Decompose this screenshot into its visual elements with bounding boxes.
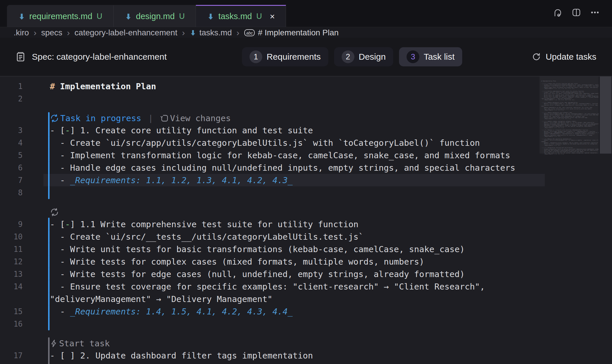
- tab-requirements[interactable]: requirements.md U: [7, 5, 114, 27]
- code-line: 17- [ ] 2. Update dashboard filter tags …: [0, 349, 612, 362]
- vertical-scrollbar[interactable]: [599, 77, 612, 364]
- line-number: 10: [0, 232, 23, 241]
- line-number: 7: [0, 176, 23, 185]
- markdown-file-icon: [18, 13, 26, 20]
- chevron-right-icon: ›: [67, 28, 70, 38]
- line-number: 15: [0, 307, 23, 316]
- code-text: - Handle edge cases including null/undef…: [23, 163, 515, 173]
- split-editor-icon[interactable]: [571, 8, 581, 17]
- markdown-file-icon: [125, 13, 132, 20]
- code-text: - Create `ui/src/__tests__/utils/categor…: [23, 232, 364, 242]
- codelens-row: Start task: [0, 338, 612, 349]
- svg-text:abc: abc: [246, 31, 253, 35]
- spec-bar: Spec: category-label-enhancement 1 Requi…: [0, 38, 612, 77]
- tab-bar: requirements.md U design.md U tasks.md U…: [0, 0, 612, 27]
- tab-label: requirements.md: [29, 12, 92, 21]
- code-line: 15 - _Requirements: 1.4, 1.5, 4.1, 4.2, …: [0, 305, 612, 318]
- tab-label: design.md: [136, 12, 175, 21]
- line-number: 4: [0, 139, 23, 147]
- code-line: 3- [-] 1. Create core utility function a…: [0, 124, 612, 136]
- code-line: 1# Implementation Plan: [0, 80, 612, 92]
- task-section-bar: [48, 317, 50, 330]
- codelens-separator: |: [148, 113, 153, 123]
- code-text: - Write tests for complex cases (mixed f…: [23, 257, 424, 267]
- git-status-badge: U: [97, 12, 103, 21]
- refresh-icon: [532, 52, 541, 61]
- code-text: "deliveryManagement" → "Delivery Managem…: [23, 294, 272, 304]
- breadcrumb-item-symbol[interactable]: abc # Implementation Plan: [244, 28, 339, 37]
- close-icon[interactable]: ×: [270, 12, 275, 21]
- spec-title: Spec: category-label-enhancement: [16, 38, 167, 76]
- git-status-badge: U: [256, 12, 262, 21]
- code-text: # Implementation Plan: [23, 81, 156, 91]
- tab-design[interactable]: design.md U: [114, 5, 196, 27]
- codelens-task-in-progress[interactable]: Task in progress: [50, 113, 141, 123]
- spec-steps: 1 Requirements 2 Design 3 Task list: [242, 47, 462, 66]
- code-text: - Write unit tests for basic transformat…: [23, 244, 465, 254]
- code-line: 6 - Handle edge cases including null/und…: [0, 161, 612, 174]
- code-line: 12 - Write tests for complex cases (mixe…: [0, 255, 612, 268]
- editor-spacer: [0, 330, 612, 338]
- code-area: 1# Implementation Plan2Task in progress|…: [0, 77, 612, 364]
- editor[interactable]: 1# Implementation Plan2Task in progress|…: [0, 77, 612, 364]
- breadcrumb-item-file[interactable]: tasks.md: [190, 28, 232, 37]
- code-text: - Modify `ui/src/pages/index.js` to impo…: [23, 363, 460, 364]
- code-line: 16: [0, 318, 612, 330]
- codelens-start-task[interactable]: Start task: [50, 338, 110, 348]
- code-line: 5 - Implement transformation logic for k…: [0, 149, 612, 161]
- code-text: - _Requirements: 1.4, 1.5, 4.1, 4.2, 4.3…: [23, 307, 293, 316]
- update-tasks-button[interactable]: Update tasks: [532, 38, 596, 76]
- more-actions-icon[interactable]: [590, 8, 600, 17]
- tab-tasks[interactable]: tasks.md U ×: [196, 5, 286, 27]
- code-line: 7 - _Requirements: 1.1, 1.2, 1.3, 4.1, 4…: [0, 174, 612, 186]
- code-line: 8: [0, 186, 612, 199]
- line-number: 2: [0, 94, 23, 103]
- line-number: 14: [0, 282, 23, 291]
- line-number: 13: [0, 270, 23, 279]
- codelens-row: Task in progress|View changes: [0, 112, 612, 124]
- kiro-ghost-icon[interactable]: [553, 8, 563, 17]
- step-requirements[interactable]: 1 Requirements: [242, 47, 328, 66]
- step-number-badge: 2: [342, 50, 354, 63]
- code-text: - [-] 1.1 Write comprehensive test suite…: [23, 219, 358, 229]
- editor-spacer: [0, 199, 612, 206]
- code-text: - Implement transformation logic for keb…: [23, 150, 510, 160]
- line-number: 3: [0, 126, 23, 135]
- line-number: 8: [0, 188, 23, 197]
- code-text: - Create `ui/src/app/utils/categoryLabel…: [23, 138, 480, 148]
- tab-strip: requirements.md U design.md U tasks.md U…: [7, 5, 286, 27]
- breadcrumb-item[interactable]: category-label-enhancement: [74, 28, 177, 37]
- chevron-right-icon: ›: [34, 28, 37, 38]
- line-number: 1: [0, 82, 23, 91]
- code-line: 9- [-] 1.1 Write comprehensive test suit…: [0, 218, 612, 230]
- line-number: 5: [0, 151, 23, 160]
- code-line: 2: [0, 92, 612, 105]
- breadcrumb: .kiro › specs › category-label-enhanceme…: [0, 28, 612, 38]
- chevron-right-icon: ›: [236, 28, 239, 38]
- code-text: - [-] 1. Create core utility function an…: [23, 125, 313, 135]
- step-number-badge: 1: [249, 50, 262, 63]
- scrollbar-thumb[interactable]: [600, 77, 611, 154]
- code-line: 10 - Create `ui/src/__tests__/utils/cate…: [0, 230, 612, 243]
- codelens-row: [0, 206, 612, 218]
- line-number: 9: [0, 220, 23, 229]
- codelens-view-changes[interactable]: View changes: [160, 113, 231, 123]
- breadcrumb-item[interactable]: .kiro: [14, 28, 29, 37]
- editor-spacer: [0, 77, 612, 80]
- code-text: - [ ] 2. Update dashboard filter tags im…: [23, 351, 313, 361]
- minimap[interactable]: # Implementation Plan - [-] 1. Create co…: [540, 77, 599, 364]
- line-number: 12: [0, 257, 23, 266]
- markdown-file-icon: [190, 29, 196, 36]
- line-number: 16: [0, 320, 23, 328]
- code-text: - _Requirements: 1.1, 1.2, 1.3, 4.1, 4.2…: [23, 175, 293, 185]
- step-task-list[interactable]: 3 Task list: [399, 47, 462, 66]
- minimap-slider[interactable]: [540, 77, 599, 154]
- step-design[interactable]: 2 Design: [334, 47, 393, 66]
- editor-spacer: [0, 105, 612, 112]
- line-number: 17: [0, 351, 23, 360]
- code-text: - Write tests for edge cases (null, unde…: [23, 269, 465, 279]
- tab-label: tasks.md: [218, 12, 252, 21]
- breadcrumb-item[interactable]: specs: [41, 28, 62, 37]
- codelens-sync-icon[interactable]: [50, 208, 60, 217]
- step-number-badge: 3: [407, 50, 419, 63]
